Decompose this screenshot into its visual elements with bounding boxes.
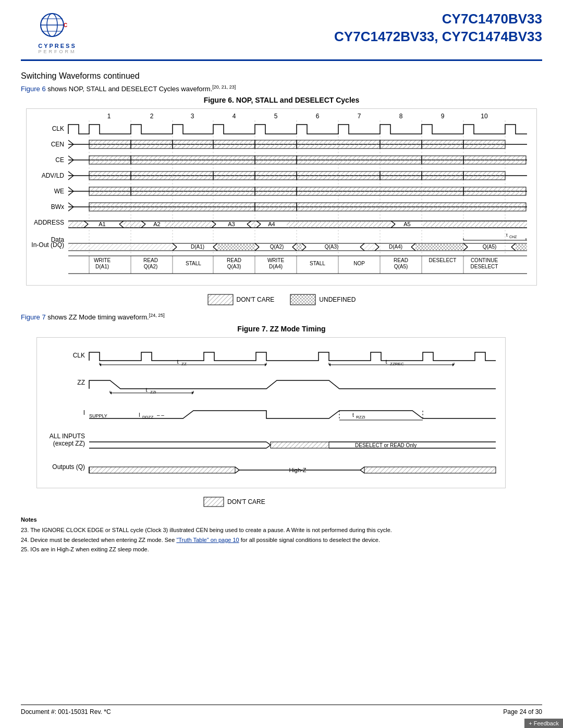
svg-line-130	[292, 247, 297, 251]
svg-line-98	[212, 221, 216, 224]
svg-text:ALL  INPUTS: ALL INPUTS	[50, 433, 85, 440]
svg-rect-182	[290, 294, 315, 305]
fig7-waveform: CLK ZZ I SUPPLY ALL INPUTS (except ZZ) O…	[36, 337, 506, 488]
svg-text:READ: READ	[143, 257, 158, 263]
fig6-sup: [20, 21, 23]	[212, 84, 236, 90]
notes-section: Notes 23. The IGNORE CLOCK EDGE or STALL…	[21, 515, 542, 554]
svg-text:DDZZ: DDZZ	[142, 415, 153, 419]
svg-line-94	[141, 221, 145, 224]
note-23: 23. The IGNORE CLOCK EDGE or STALL cycle…	[21, 526, 542, 535]
svg-text:t: t	[506, 232, 508, 238]
fig6-title: Figure 6. NOP, STALL and DESELECT Cycles	[21, 96, 542, 104]
svg-line-50	[68, 144, 74, 149]
svg-line-91	[119, 221, 124, 224]
svg-rect-67	[422, 171, 463, 180]
svg-rect-149	[516, 243, 527, 251]
svg-rect-40	[89, 140, 131, 149]
svg-text:Q(A5): Q(A5)	[483, 244, 497, 250]
svg-text:Q(A2): Q(A2)	[270, 244, 284, 250]
svg-text:CE: CE	[55, 156, 64, 164]
svg-line-133	[302, 247, 306, 251]
svg-line-89	[84, 224, 88, 228]
svg-text:4: 4	[232, 113, 236, 120]
svg-line-83	[68, 203, 74, 207]
product-title: CY7C1470BV33 CY7C1472BV33, CY7C1474BV33	[334, 10, 542, 46]
svg-rect-229	[89, 467, 235, 473]
svg-line-105	[256, 224, 261, 228]
svg-text:SUPPLY: SUPPLY	[89, 413, 107, 418]
svg-line-102	[247, 224, 251, 228]
logo-company: CYPRESS	[38, 43, 77, 49]
svg-text:t: t	[352, 412, 354, 418]
fig6-link[interactable]: Figure 6	[21, 85, 46, 93]
svg-rect-48	[463, 140, 505, 149]
svg-text:D(A4): D(A4)	[269, 264, 283, 269]
fig6-waveform: 1 2 3 4 5 6 7 8 9 10	[26, 108, 537, 286]
svg-rect-137	[364, 243, 375, 251]
svg-line-77	[68, 187, 74, 191]
page: C CYPRESS PERFORM CY7C1470BV33 CY7C1472B…	[0, 0, 563, 728]
svg-rect-68	[463, 171, 505, 180]
fig7-link[interactable]: Figure 7	[21, 314, 46, 322]
svg-text:– –: – –	[157, 412, 164, 418]
svg-rect-43	[213, 140, 255, 149]
undefined-label: UNDEFINED	[319, 296, 356, 303]
svg-text:READ: READ	[227, 257, 241, 263]
svg-text:A5: A5	[403, 221, 410, 227]
svg-rect-57	[463, 156, 526, 164]
svg-line-223	[266, 445, 271, 448]
svg-text:6: 6	[316, 113, 320, 120]
svg-rect-61	[89, 171, 131, 180]
truth-table-link[interactable]: "Truth Table" on page 10	[176, 537, 239, 543]
svg-line-84	[68, 207, 74, 211]
svg-text:D(A1): D(A1)	[95, 264, 109, 269]
svg-text:2: 2	[150, 113, 154, 120]
svg-text:10: 10	[481, 113, 488, 120]
svg-rect-45	[297, 140, 380, 149]
fig6-legend: DON'T CARE UNDEFINED	[21, 294, 542, 305]
svg-line-147	[511, 243, 516, 247]
svg-text:I: I	[83, 409, 85, 416]
logo-sub: PERFORM	[39, 49, 77, 54]
svg-text:ZZREC: ZZREC	[390, 362, 404, 366]
svg-line-234	[360, 467, 364, 470]
title-line1: CY7C1470BV33	[442, 11, 542, 27]
svg-rect-82	[297, 203, 526, 211]
svg-line-135	[360, 243, 364, 247]
svg-line-99	[212, 224, 216, 228]
svg-text:1: 1	[107, 113, 111, 120]
svg-line-141	[411, 243, 415, 247]
svg-rect-224	[271, 442, 329, 448]
svg-text:High-Z: High-Z	[289, 467, 306, 473]
page-info: Page 24 of 30	[503, 708, 542, 715]
svg-rect-65	[297, 171, 380, 180]
header: C CYPRESS PERFORM CY7C1470BV33 CY7C1472B…	[21, 10, 542, 61]
svg-text:A4: A4	[268, 221, 275, 227]
section-heading-cont: continued	[103, 71, 139, 80]
svg-line-120	[173, 247, 177, 251]
svg-rect-46	[380, 140, 422, 149]
svg-line-139	[375, 247, 379, 251]
svg-line-132	[302, 243, 306, 247]
svg-text:ZZ: ZZ	[77, 379, 85, 386]
svg-rect-111	[423, 221, 527, 228]
svg-line-92	[119, 224, 124, 228]
svg-text:5: 5	[274, 113, 278, 120]
svg-line-78	[68, 191, 74, 195]
svg-rect-81	[255, 203, 297, 211]
svg-line-119	[173, 243, 177, 247]
fig6-ref-text: shows NOP, STALL and DESELECT Cycles wav…	[46, 85, 213, 93]
fig7-ref-text: shows ZZ Mode timing waveform.	[46, 314, 149, 322]
svg-rect-72	[89, 187, 131, 195]
fig6-reference: Figure 6 shows NOP, STALL and DESELECT C…	[21, 84, 542, 93]
svg-rect-131	[297, 243, 302, 251]
svg-rect-54	[255, 156, 297, 164]
svg-text:CEN: CEN	[51, 141, 64, 148]
svg-text:BWx: BWx	[51, 203, 64, 211]
fig7-title: Figure 7. ZZ Mode Timing	[21, 325, 542, 333]
svg-rect-103	[251, 221, 256, 228]
feedback-button[interactable]: + Feedback	[524, 719, 563, 728]
dont-care-icon	[207, 294, 234, 305]
cypress-logo-icon: C	[36, 10, 78, 42]
svg-line-58	[68, 156, 74, 160]
